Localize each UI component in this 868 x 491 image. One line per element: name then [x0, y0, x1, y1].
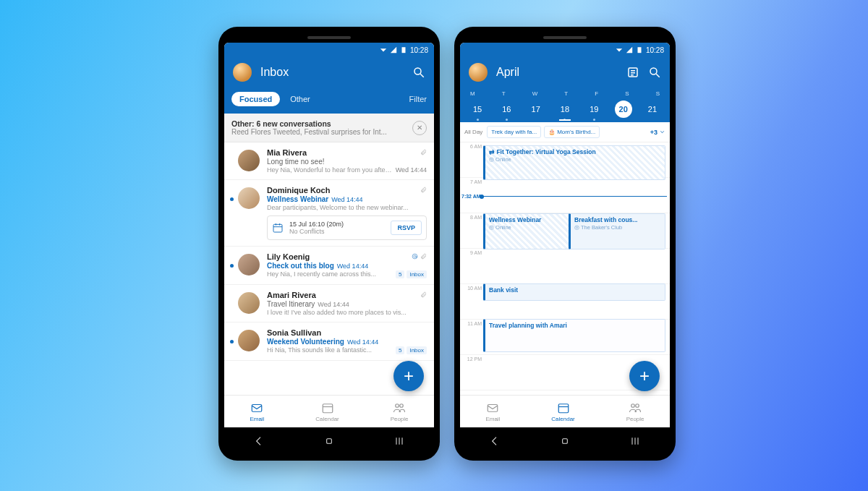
event[interactable]: Breakfast with cous... ◎ The Baker's Clu…: [569, 213, 665, 249]
email-item[interactable]: Dominique Koch Wellness WebinarWed 14:44…: [224, 180, 434, 247]
day-num[interactable]: 16: [498, 101, 515, 118]
svg-rect-18: [637, 47, 641, 53]
hour-label: 8 AM: [460, 213, 485, 248]
email-list[interactable]: Mia Rivera Long time no see! Wed 14:44He…: [224, 142, 434, 395]
day-num-selected[interactable]: 20: [615, 101, 632, 118]
sender-avatar: [238, 150, 260, 171]
nav-label: Email: [485, 416, 500, 422]
all-day-event[interactable]: Trek day with fa...: [487, 126, 541, 138]
svg-line-2: [420, 74, 424, 77]
android-status-bar: 10:28: [224, 43, 434, 57]
location-icon: ◎: [574, 224, 581, 231]
nav-people[interactable]: People: [626, 401, 644, 422]
inbox-header: Inbox: [224, 57, 434, 87]
timestamp: Wed 14:44: [347, 338, 378, 346]
nav-label: Calendar: [551, 416, 574, 422]
svg-rect-25: [488, 404, 498, 411]
nav-people[interactable]: People: [391, 401, 409, 422]
search-icon[interactable]: [412, 66, 425, 79]
svg-rect-26: [558, 404, 569, 412]
android-status-bar: 10:28: [460, 43, 670, 57]
filter-button[interactable]: Filter: [409, 95, 427, 103]
signal-icon: [390, 46, 397, 54]
home-key[interactable]: [323, 435, 335, 447]
event[interactable]: ⇄ Fit Together: Virtual Yoga Session ◎ O…: [483, 145, 665, 180]
mention-icon: [412, 253, 418, 260]
all-day-row: All Day Trek day with fa... 🎂Mom's Birth…: [460, 122, 670, 142]
unread-dot: [230, 160, 234, 163]
email-item[interactable]: Lily Koenig Check out this blogWed 14:44…: [224, 247, 434, 285]
nav-calendar[interactable]: Calendar: [315, 401, 339, 422]
day-num[interactable]: 19: [585, 101, 603, 118]
home-key[interactable]: [559, 435, 571, 447]
tab-focused[interactable]: Focused: [231, 92, 280, 106]
email-item[interactable]: Mia Rivera Long time no see! Wed 14:44He…: [224, 142, 434, 180]
event[interactable]: Travel planning with Amari: [483, 319, 665, 352]
event[interactable]: Bank visit: [483, 283, 665, 301]
subject: Travel Itinerary: [267, 300, 315, 308]
svg-point-7: [412, 254, 417, 259]
signal-icon: [626, 46, 633, 54]
preview: Hi Nia, This sounds like a fantastic...: [267, 346, 372, 354]
location-icon: ◎: [489, 224, 495, 231]
email-item[interactable]: Amari Rivera Travel ItineraryWed 14:44 I…: [224, 285, 434, 323]
rsvp-button[interactable]: RSVP: [391, 221, 422, 235]
bottom-nav: Email Calendar People: [224, 395, 434, 427]
attachment-icon: [420, 149, 427, 155]
all-day-event[interactable]: 🎂Mom's Birthd...: [544, 126, 600, 138]
sender: Lily Koenig: [267, 252, 409, 261]
day-letter: S: [625, 90, 629, 97]
unread-dot: [230, 302, 234, 306]
nav-calendar[interactable]: Calendar: [551, 401, 574, 422]
agenda-icon[interactable]: [626, 66, 639, 79]
search-icon[interactable]: [648, 66, 661, 79]
svg-point-1: [414, 68, 421, 74]
day-letter: M: [470, 90, 475, 97]
avatar[interactable]: [469, 63, 488, 82]
calendar-icon: [557, 401, 570, 414]
recent-key[interactable]: [629, 435, 641, 447]
back-key[interactable]: [489, 435, 501, 447]
svg-point-13: [400, 404, 404, 407]
mail-icon: [486, 401, 499, 414]
timestamp: Wed 14:44: [318, 301, 349, 308]
now-indicator: [482, 196, 667, 197]
subject: Long time no see!: [267, 158, 427, 166]
rsvp-time: 15 Jul 16:10 (20m): [289, 221, 385, 228]
sender: Dominique Koch: [267, 186, 418, 195]
compose-fab[interactable]: +: [393, 361, 424, 391]
event[interactable]: Wellness Webinar ◎ Online: [483, 213, 573, 249]
back-key[interactable]: [253, 435, 265, 447]
svg-rect-0: [401, 47, 405, 53]
more-events[interactable]: +3: [650, 129, 665, 136]
day-num[interactable]: 21: [644, 101, 661, 118]
subject: Check out this blog: [267, 262, 334, 270]
day-num[interactable]: 15: [469, 101, 486, 118]
nav-label: People: [391, 416, 409, 422]
new-event-fab[interactable]: +: [629, 361, 660, 391]
svg-point-8: [414, 255, 416, 257]
day-letter: T: [564, 90, 568, 97]
attachment-icon: [420, 291, 427, 298]
nav-email[interactable]: Email: [250, 401, 264, 422]
phone-speaker: [307, 36, 351, 39]
svg-rect-10: [323, 404, 333, 412]
nav-email[interactable]: Email: [485, 401, 500, 422]
day-num[interactable]: 17: [527, 101, 545, 118]
day-num[interactable]: 18: [556, 101, 574, 118]
sender: Sonia Sullivan: [267, 328, 427, 337]
preview: I love it! I've also added two more plac…: [267, 309, 427, 316]
recent-key[interactable]: [393, 435, 405, 447]
other-banner[interactable]: Other: 6 new conversations Reed Flores T…: [224, 114, 434, 142]
timestamp: Wed 14:44: [331, 196, 362, 203]
page-title: April: [496, 66, 618, 79]
time-grid[interactable]: 6 AM 7 AM 8 AM 9 AM 10 AM 11 AM 12 PM ⇄ …: [460, 142, 670, 395]
email-item[interactable]: Sonia Sullivan Weekend VolunteeringWed 1…: [224, 323, 434, 361]
stage: 10:28 Inbox Focused Other Filter Other: …: [0, 0, 868, 491]
inbox-tabs: Focused Other Filter: [224, 87, 434, 114]
nav-label: People: [626, 416, 644, 422]
sender-avatar: [238, 187, 260, 209]
dismiss-button[interactable]: ✕: [412, 121, 427, 135]
tab-other[interactable]: Other: [290, 95, 310, 103]
avatar[interactable]: [233, 63, 252, 82]
